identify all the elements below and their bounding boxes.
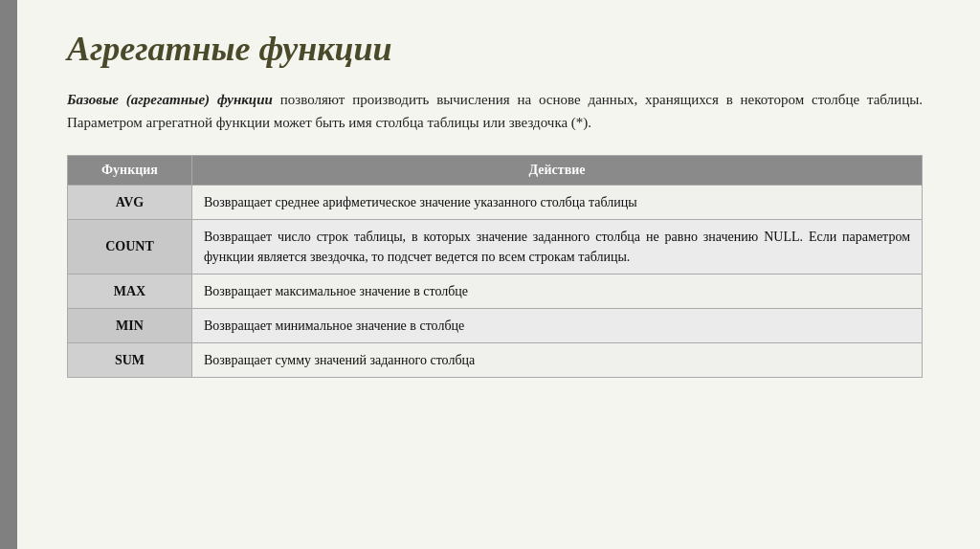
desc-cell: Возвращает сумму значений заданного стол… xyxy=(192,343,923,378)
desc-cell: Возвращает минимальное значение в столбц… xyxy=(192,309,923,343)
slide-title: Агрегатные функции xyxy=(67,29,923,69)
table-row: MAXВозвращает максимальное значение в ст… xyxy=(68,274,923,309)
col-header-func: Функция xyxy=(68,156,192,186)
desc-cell: Возвращает число строк таблицы, в которы… xyxy=(192,220,923,274)
main-content: Агрегатные функции Базовые (агрегатные) … xyxy=(67,29,923,378)
table-row: SUMВозвращает сумму значений заданного с… xyxy=(68,343,923,378)
desc-cell: Возвращает максимальное значение в столб… xyxy=(192,274,923,309)
table-row: AVGВозвращает среднее арифметическое зна… xyxy=(68,186,923,220)
intro-bold-part: Базовые (агрегатные) функции xyxy=(67,92,273,107)
col-header-desc: Действие xyxy=(192,156,923,186)
intro-paragraph: Базовые (агрегатные) функции позволяют п… xyxy=(67,88,923,134)
desc-cell: Возвращает среднее арифметическое значен… xyxy=(192,186,923,220)
func-cell: AVG xyxy=(68,186,192,220)
table-row: COUNTВозвращает число строк таблицы, в к… xyxy=(68,220,923,274)
func-cell: MAX xyxy=(68,274,192,309)
left-accent-bar xyxy=(0,0,17,549)
table-row: MINВозвращает минимальное значение в сто… xyxy=(68,309,923,343)
slide: Агрегатные функции Базовые (агрегатные) … xyxy=(0,0,980,549)
table-header-row: Функция Действие xyxy=(68,156,923,186)
func-cell: SUM xyxy=(68,343,192,378)
func-cell: COUNT xyxy=(68,220,192,274)
func-cell: MIN xyxy=(68,309,192,343)
functions-table: Функция Действие AVGВозвращает среднее а… xyxy=(67,155,923,378)
